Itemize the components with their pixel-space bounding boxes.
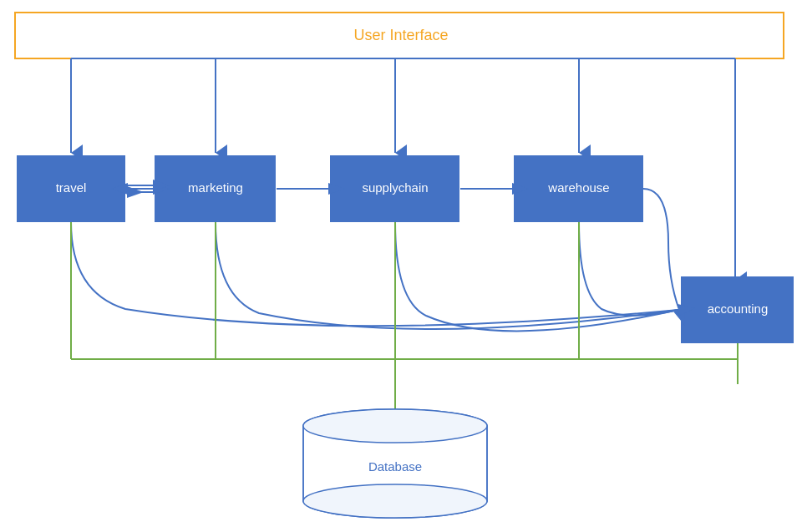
database-bottom-fill <box>303 484 487 518</box>
database-top-fill <box>303 409 487 443</box>
database-label: Database <box>368 459 422 474</box>
ui-label: User Interface <box>353 27 448 43</box>
supplychain-label: supplychain <box>362 180 428 195</box>
marketing-label: marketing <box>188 180 243 195</box>
warehouse-label: warehouse <box>547 180 609 195</box>
travel-label: travel <box>56 180 87 195</box>
accounting-label: accounting <box>708 301 769 316</box>
